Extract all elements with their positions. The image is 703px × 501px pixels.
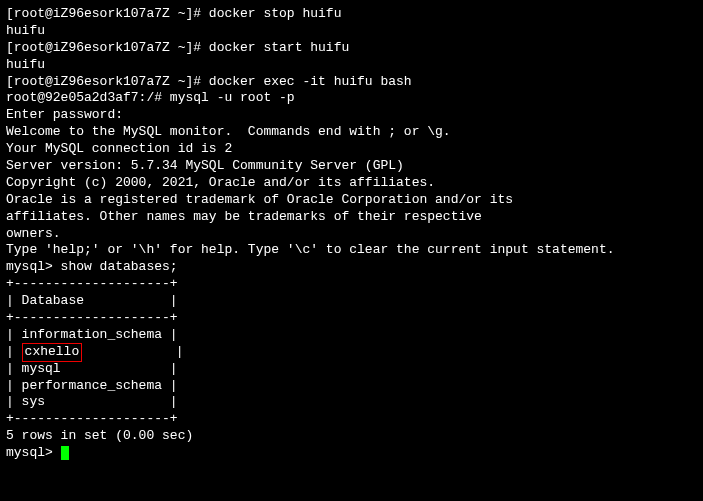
terminal-line: | sys | <box>6 394 697 411</box>
terminal-line: [root@iZ96esork107a7Z ~]# docker stop hu… <box>6 6 697 23</box>
terminal-line: mysql> <box>6 445 697 462</box>
cursor <box>61 446 69 460</box>
terminal-line: | information_schema | <box>6 327 697 344</box>
terminal-line: Welcome to the MySQL monitor. Commands e… <box>6 124 697 141</box>
terminal-line: [root@iZ96esork107a7Z ~]# docker exec -i… <box>6 74 697 91</box>
terminal-output[interactable]: [root@iZ96esork107a7Z ~]# docker stop hu… <box>6 6 697 462</box>
terminal-line: Copyright (c) 2000, 2021, Oracle and/or … <box>6 175 697 192</box>
terminal-line: [root@iZ96esork107a7Z ~]# docker start h… <box>6 40 697 57</box>
terminal-line: huifu <box>6 23 697 40</box>
terminal-line: Enter password: <box>6 107 697 124</box>
terminal-line: +--------------------+ <box>6 276 697 293</box>
row-suffix: | <box>82 344 183 359</box>
terminal-line: mysql> show databases; <box>6 259 697 276</box>
terminal-line: +--------------------+ <box>6 310 697 327</box>
terminal-line: Oracle is a registered trademark of Orac… <box>6 192 697 209</box>
terminal-line: huifu <box>6 57 697 74</box>
highlighted-database: cxhello <box>22 343 83 362</box>
terminal-line: owners. <box>6 226 697 243</box>
terminal-line: affiliates. Other names may be trademark… <box>6 209 697 226</box>
row-prefix: | <box>6 344 22 359</box>
terminal-line: | mysql | <box>6 361 697 378</box>
terminal-line: 5 rows in set (0.00 sec) <box>6 428 697 445</box>
terminal-line: | performance_schema | <box>6 378 697 395</box>
terminal-line: Type 'help;' or '\h' for help. Type '\c'… <box>6 242 697 259</box>
terminal-line: Your MySQL connection id is 2 <box>6 141 697 158</box>
terminal-line-highlighted: | cxhello | <box>6 344 697 361</box>
terminal-line: | Database | <box>6 293 697 310</box>
terminal-line: root@92e05a2d3af7:/# mysql -u root -p <box>6 90 697 107</box>
terminal-line: +--------------------+ <box>6 411 697 428</box>
terminal-line: Server version: 5.7.34 MySQL Community S… <box>6 158 697 175</box>
